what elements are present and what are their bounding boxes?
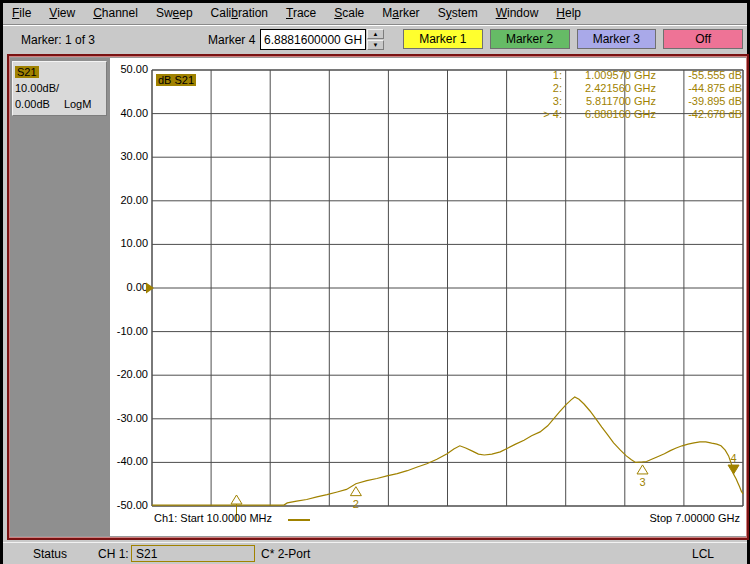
stop-frequency-label: Stop 7.00000 GHz: [649, 512, 740, 524]
lcl-label: LCL: [692, 547, 714, 561]
application-window: FileViewChannelSweepCalibrationTraceScal…: [0, 0, 750, 564]
status-bar: Status CH 1: S21 C* 2-Port LCL: [3, 542, 747, 564]
active-trace-box[interactable]: S21: [131, 545, 255, 562]
y-tick-label: -10.00: [110, 325, 148, 337]
x-axis-row: Ch1: Start 10.0000 MHz Stop 7.00000 GHz: [110, 510, 746, 528]
menu-item-channel[interactable]: Channel: [84, 3, 147, 25]
marker-status-label: Marker: 1 of 3: [21, 33, 95, 47]
marker-buttons: Marker 1Marker 2Marker 3Off: [403, 29, 743, 49]
marker-readout-row: > 4:6.888160 GHz-42.678 dB: [536, 108, 742, 121]
trace-format-label: LogM: [64, 98, 92, 110]
marker-2-label: 2: [353, 498, 359, 510]
marker-2-button[interactable]: Marker 2: [490, 29, 570, 49]
calibration-status-label: C* 2-Port: [261, 547, 310, 561]
marker-readout-row: 2:2.421560 GHz-44.875 dB: [536, 82, 742, 95]
spinner: ▲ ▼: [367, 29, 384, 50]
y-tick-label: 30.00: [110, 150, 148, 162]
y-tick-label: 20.00: [110, 194, 148, 206]
marker-readout: 1:1.009570 GHz-55.555 dB2:2.421560 GHz-4…: [536, 69, 742, 121]
trace-scale-label: 10.00dB/: [15, 80, 104, 96]
marker4-label: Marker 4: [208, 33, 255, 47]
menu-bar: FileViewChannelSweepCalibrationTraceScal…: [3, 3, 747, 25]
menu-item-file[interactable]: File: [3, 3, 40, 25]
marker-3-symbol[interactable]: [637, 465, 648, 474]
start-frequency-label: Ch1: Start 10.0000 MHz: [154, 512, 272, 524]
menu-item-marker[interactable]: Marker: [373, 3, 428, 25]
menu-item-sweep[interactable]: Sweep: [147, 3, 202, 25]
y-tick-label: -40.00: [110, 455, 148, 467]
trace-label-chip: dB S21: [156, 74, 196, 86]
trace-status-panel: S21 10.00dB/ 0.00dBLogM: [10, 58, 110, 536]
y-tick-label: 0.00: [110, 281, 148, 293]
plot-area: 50.0040.0030.0020.0010.000.00-10.00-20.0…: [110, 58, 746, 536]
reference-level-pointer: [146, 283, 154, 294]
menu-item-scale[interactable]: Scale: [325, 3, 373, 25]
graticule-and-trace: 234: [152, 70, 743, 506]
channel-window: S21 10.00dB/ 0.00dBLogM 50.0040.0030.002…: [7, 54, 749, 540]
menu-item-help[interactable]: Help: [547, 3, 590, 25]
trace-ref-label: 0.00dB: [15, 98, 50, 110]
marker4-spinbox: ▲ ▼: [260, 29, 388, 50]
trace-info-box[interactable]: S21 10.00dB/ 0.00dBLogM: [12, 61, 107, 116]
channel-label: CH 1:: [98, 547, 129, 561]
marker-1-button[interactable]: Marker 1: [403, 29, 483, 49]
menu-item-view[interactable]: View: [40, 3, 84, 25]
status-label: Status: [33, 547, 67, 561]
y-tick-label: -20.00: [110, 368, 148, 380]
y-tick-label: 10.00: [110, 237, 148, 249]
menu-item-calibration[interactable]: Calibration: [202, 3, 277, 25]
trace-color-dash: [288, 519, 310, 521]
marker-3-label: 3: [639, 476, 645, 488]
trace-name-chip[interactable]: S21: [15, 66, 39, 78]
marker4-frequency-input[interactable]: [260, 29, 366, 50]
marker-4-symbol[interactable]: [728, 465, 739, 474]
menu-item-window[interactable]: Window: [487, 3, 548, 25]
marker-3-button[interactable]: Marker 3: [577, 29, 657, 49]
marker-4-label: 4: [730, 452, 736, 464]
marker-2-symbol[interactable]: [350, 487, 361, 496]
spinner-up-button[interactable]: ▲: [367, 29, 384, 39]
marker-readout-row: 1:1.009570 GHz-55.555 dB: [536, 69, 742, 82]
y-tick-label: 40.00: [110, 107, 148, 119]
spinner-down-button[interactable]: ▼: [367, 40, 384, 50]
menu-item-system[interactable]: System: [429, 3, 487, 25]
marker-1-symbol[interactable]: [231, 495, 242, 504]
marker-readout-row: 3:5.811700 GHz-39.895 dB: [536, 95, 742, 108]
off-button[interactable]: Off: [663, 29, 743, 49]
marker-toolbar: Marker: 1 of 3 Marker 4 ▲ ▼ Marker 1Mark…: [3, 26, 747, 53]
menu-item-trace[interactable]: Trace: [277, 3, 325, 25]
y-tick-label: -30.00: [110, 412, 148, 424]
y-tick-label: 50.00: [110, 63, 148, 75]
